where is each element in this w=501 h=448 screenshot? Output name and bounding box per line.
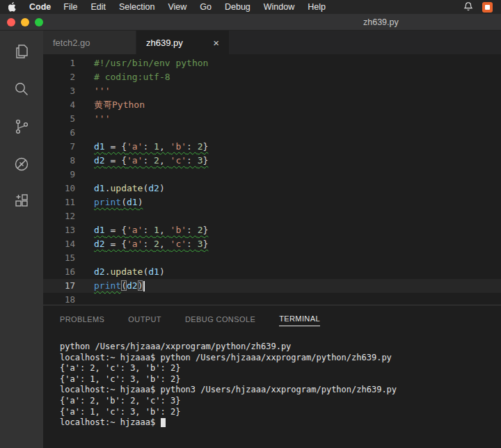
terminal-line: python /Users/hjzaaa/xxprogram/python/zh… xyxy=(60,342,501,353)
code-line[interactable]: 11print(d1) xyxy=(43,195,501,209)
code-text: d1.update(d2) xyxy=(94,182,165,195)
line-number: 14 xyxy=(43,237,75,251)
search-icon[interactable] xyxy=(12,79,31,99)
menu-item-debug[interactable]: Debug xyxy=(225,2,250,12)
menu-item-help[interactable]: Help xyxy=(308,2,326,12)
tab-zh639.py[interactable]: zh639.py× xyxy=(136,31,230,54)
code-line[interactable]: 4黄哥Python xyxy=(43,98,501,112)
files-icon[interactable] xyxy=(12,42,31,61)
terminal-cursor xyxy=(161,418,166,427)
code-line[interactable]: 9 xyxy=(43,168,501,182)
tab-label: zh639.py xyxy=(146,38,183,48)
code-text: print(d2) xyxy=(94,279,145,293)
panel-tab-output[interactable]: OUTPUT xyxy=(128,312,161,326)
code-text: d1 = {'a': 1, 'b': 2} xyxy=(94,140,208,154)
menu-item-window[interactable]: Window xyxy=(264,2,294,12)
code-text: d2 = {'a': 2, 'c': 3} xyxy=(94,237,208,251)
terminal-line: {'a': 2, 'b': 2, 'c': 3} xyxy=(60,396,501,407)
line-number: 10 xyxy=(43,182,75,195)
code-text: d2.update(d1) xyxy=(94,265,165,279)
extensions-icon[interactable] xyxy=(12,192,31,211)
line-number: 7 xyxy=(43,140,75,154)
line-number: 2 xyxy=(43,70,75,84)
menu-items: FileEditSelectionViewGoDebugWindowHelp xyxy=(63,2,326,12)
activity-bar xyxy=(0,31,43,448)
code-line[interactable]: 16d2.update(d1) xyxy=(43,265,501,279)
code-text: print(d1) xyxy=(94,195,143,209)
screen: Code FileEditSelectionViewGoDebugWindowH… xyxy=(0,0,501,448)
debug-icon[interactable] xyxy=(12,154,31,174)
code-text: d1 = {'a': 1, 'b': 2} xyxy=(94,223,208,237)
main-area: fetch2.gozh639.py× 1#!/usr/bin/env pytho… xyxy=(0,31,501,448)
terminal-line: {'a': 2, 'c': 3, 'b': 2} xyxy=(60,363,501,374)
tab-fetch2.go[interactable]: fetch2.go xyxy=(43,31,136,54)
line-number: 17 xyxy=(43,279,75,293)
traffic-lights xyxy=(7,18,43,26)
terminal-line: {'a': 1, 'c': 3, 'b': 2} xyxy=(60,374,501,385)
menu-item-edit[interactable]: Edit xyxy=(90,2,106,12)
menu-item-view[interactable]: View xyxy=(168,2,186,12)
code-line[interactable]: 17print(d2) xyxy=(43,279,501,293)
panel: PROBLEMSOUTPUTDEBUG CONSOLETERMINAL pyth… xyxy=(43,305,501,448)
zoom-window-button[interactable] xyxy=(35,18,43,26)
editor-column: fetch2.gozh639.py× 1#!/usr/bin/env pytho… xyxy=(43,31,501,448)
terminal-output[interactable]: python /Users/hjzaaa/xxprogram/python/zh… xyxy=(43,332,501,448)
line-number: 16 xyxy=(43,265,75,279)
line-number: 3 xyxy=(43,84,75,98)
code-line[interactable]: 12 xyxy=(43,209,501,223)
panel-tab-problems[interactable]: PROBLEMS xyxy=(60,312,104,326)
code-text: 黄哥Python xyxy=(94,98,145,112)
window-title: zh639.py xyxy=(363,17,399,27)
line-number: 6 xyxy=(43,126,75,140)
code-line[interactable]: 3''' xyxy=(43,84,501,98)
menu-app-name[interactable]: Code xyxy=(29,2,51,12)
line-number: 18 xyxy=(43,293,75,305)
code-text: # coding:utf-8 xyxy=(94,70,170,84)
code-line[interactable]: 18 xyxy=(43,293,501,305)
code-line[interactable]: 10d1.update(d2) xyxy=(43,182,501,195)
editor[interactable]: 1#!/usr/bin/env python2# coding:utf-83''… xyxy=(43,54,501,305)
menu-item-selection[interactable]: Selection xyxy=(119,2,154,12)
code-line[interactable]: 2# coding:utf-8 xyxy=(43,70,501,84)
editor-lines: 1#!/usr/bin/env python2# coding:utf-83''… xyxy=(43,56,501,305)
code-text: #!/usr/bin/env python xyxy=(94,56,208,70)
code-line[interactable]: 8d2 = {'a': 2, 'c': 3} xyxy=(43,154,501,168)
panel-tab-debug-console[interactable]: DEBUG CONSOLE xyxy=(185,312,255,326)
line-number: 15 xyxy=(43,251,75,265)
line-number: 12 xyxy=(43,209,75,223)
tab-bar: fetch2.gozh639.py× xyxy=(43,31,501,54)
code-line[interactable]: 15 xyxy=(43,251,501,265)
code-text: d2 = {'a': 2, 'c': 3} xyxy=(94,154,208,168)
line-number: 8 xyxy=(43,154,75,168)
code-line[interactable]: 7d1 = {'a': 1, 'b': 2} xyxy=(43,140,501,154)
app-badge-icon[interactable] xyxy=(482,2,493,13)
text-cursor xyxy=(143,281,145,291)
menu-bar-right xyxy=(463,1,493,13)
apple-menu-icon[interactable] xyxy=(8,2,17,12)
code-line[interactable]: 5''' xyxy=(43,112,501,126)
code-line[interactable]: 6 xyxy=(43,126,501,140)
menu-item-go[interactable]: Go xyxy=(200,2,212,12)
close-window-button[interactable] xyxy=(7,18,15,26)
bell-icon[interactable] xyxy=(463,1,473,13)
code-text: ''' xyxy=(94,112,110,126)
code-line[interactable]: 1#!/usr/bin/env python xyxy=(43,56,501,70)
tab-label: fetch2.go xyxy=(53,38,90,48)
macos-menu-bar: Code FileEditSelectionViewGoDebugWindowH… xyxy=(0,0,501,14)
terminal-line: {'a': 1, 'c': 3, 'b': 2} xyxy=(60,407,501,418)
window-title-bar[interactable]: zh639.py xyxy=(0,14,501,31)
line-number: 9 xyxy=(43,168,75,182)
tab-close-icon[interactable]: × xyxy=(213,38,219,48)
terminal-line: localhost:~ hjzaaa$ python3 /Users/hjzaa… xyxy=(60,385,501,396)
line-number: 11 xyxy=(43,195,75,209)
panel-tabs: PROBLEMSOUTPUTDEBUG CONSOLETERMINAL xyxy=(43,305,501,332)
menu-item-file[interactable]: File xyxy=(63,2,77,12)
panel-tab-terminal[interactable]: TERMINAL xyxy=(279,311,320,326)
code-line[interactable]: 13d1 = {'a': 1, 'b': 2} xyxy=(43,223,501,237)
code-line[interactable]: 14d2 = {'a': 2, 'c': 3} xyxy=(43,237,501,251)
code-text: ''' xyxy=(94,84,110,98)
source-control-icon[interactable] xyxy=(12,117,31,136)
terminal-line: localhost:~ hjzaaa$ xyxy=(60,417,501,429)
terminal-line: localhost:~ hjzaaa$ python /Users/hjzaaa… xyxy=(60,353,501,364)
minimize-window-button[interactable] xyxy=(21,18,29,26)
